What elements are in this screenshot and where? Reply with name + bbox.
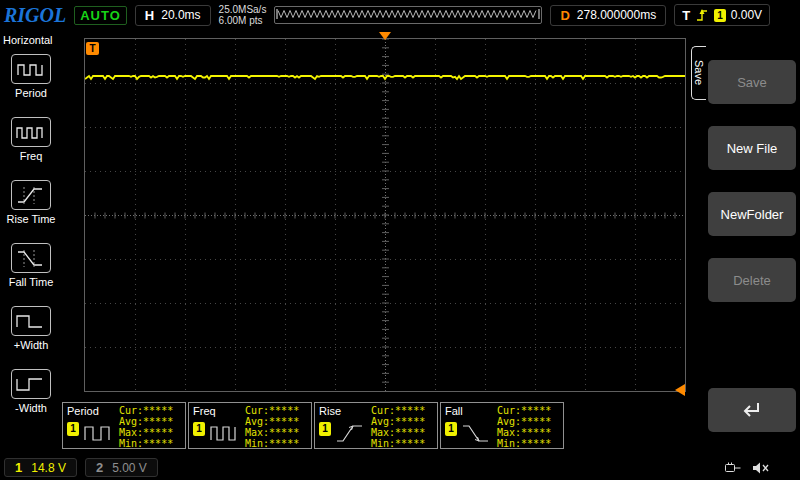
stat-line: Cur:***** <box>371 405 425 416</box>
sidebar-item-label: Freq <box>20 151 43 162</box>
sidebar-item-label: Period <box>15 88 47 99</box>
usb-icon <box>724 461 742 474</box>
acquisition-info: 25.0MSa/s 6.00M pts <box>219 4 267 26</box>
memory-depth: 6.00M pts <box>219 15 267 26</box>
freq-waveform-glyph <box>209 420 239 446</box>
preview-wave-icon <box>275 7 541 21</box>
measurement-freq: Freq 1 Cur:***** Avg:***** Max:***** Min… <box>188 402 312 449</box>
measurement-panel: Period 1 Cur:***** Avg:***** Max:***** M… <box>62 402 564 449</box>
measurement-name: Freq <box>193 405 216 417</box>
measurement-stats: Cur:***** Avg:***** Max:***** Min:***** <box>371 405 425 449</box>
period-waveform-glyph <box>83 420 113 446</box>
graticule: T <box>84 38 686 392</box>
channel1-trace <box>85 39 685 391</box>
stat-line: Max:***** <box>497 427 551 438</box>
channel-badge: 1 <box>319 422 331 436</box>
sidebar-item-label: Rise Time <box>7 214 56 225</box>
period-icon <box>11 54 51 84</box>
sidebar-item-label: Fall Time <box>9 277 54 288</box>
trigger-channel-badge: 1 <box>714 9 726 22</box>
measurement-stats: Cur:***** Avg:***** Max:***** Min:***** <box>497 405 551 449</box>
trigger-readout: T 1 0.00V <box>674 4 770 26</box>
softkey-back[interactable] <box>708 388 796 432</box>
trigger-level-value: 0.00V <box>731 8 762 22</box>
measurement-name: Rise <box>319 405 341 417</box>
softkey-label: Save <box>737 75 767 90</box>
trigger-level-marker <box>675 384 685 396</box>
fall-time-icon <box>11 243 51 273</box>
measurement-stats: Cur:***** Avg:***** Max:***** Min:***** <box>245 405 299 449</box>
softkey-delete[interactable]: Delete <box>708 258 796 302</box>
stat-line: Cur:***** <box>245 405 299 416</box>
stat-line: Avg:***** <box>371 416 425 427</box>
channel-badge: 1 <box>193 422 205 436</box>
softkey-label: NewFolder <box>721 207 784 222</box>
trigger-position-marker <box>379 32 391 40</box>
memory-waveform-preview <box>274 6 542 24</box>
top-status-bar: RIGOL AUTO H 20.0ms 25.0MSa/s 6.00M pts … <box>0 0 800 30</box>
channel-scale: 14.8 V <box>31 461 66 475</box>
stat-line: Min:***** <box>497 438 551 449</box>
measurement-period: Period 1 Cur:***** Avg:***** Max:***** M… <box>62 402 186 449</box>
sidebar-item-plus-width[interactable]: +Width <box>0 306 62 369</box>
minus-width-icon <box>11 369 51 399</box>
sidebar-item-fall-time[interactable]: Fall Time <box>0 243 62 306</box>
channel-number: 1 <box>15 460 22 475</box>
sidebar-item-label: +Width <box>14 340 49 351</box>
softkey-menu: Save Save New File NewFolder Delete <box>690 30 800 455</box>
stat-line: Avg:***** <box>245 416 299 427</box>
sidebar-item-label: -Width <box>15 403 47 414</box>
stat-line: Avg:***** <box>119 416 173 427</box>
sidebar-item-rise-time[interactable]: Rise Time <box>0 180 62 243</box>
stat-line: Avg:***** <box>497 416 551 427</box>
run-status-badge: AUTO <box>74 6 127 25</box>
trigger-slope-icon <box>695 7 709 23</box>
measurement-rise: Rise 1 Cur:***** Avg:***** Max:***** Min… <box>314 402 438 449</box>
measurement-name: Period <box>67 405 99 417</box>
freq-icon <box>11 117 51 147</box>
delay-value: 278.000000ms <box>577 8 656 22</box>
speaker-muted-icon <box>752 461 770 475</box>
plus-width-icon <box>11 306 51 336</box>
softkey-new-folder[interactable]: NewFolder <box>708 192 796 236</box>
status-icons <box>724 461 770 475</box>
channel-badge: 1 <box>445 422 457 436</box>
t-label: T <box>682 8 690 23</box>
measurement-fall: Fall 1 Cur:***** Avg:***** Max:***** Min… <box>440 402 564 449</box>
bottom-status-bar: 1 14.8 V 2 5.00 V <box>0 455 800 480</box>
sample-rate: 25.0MSa/s <box>219 4 267 15</box>
stat-line: Min:***** <box>371 438 425 449</box>
measurement-stats: Cur:***** Avg:***** Max:***** Min:***** <box>119 405 173 449</box>
sidebar-title: Horizontal <box>0 30 62 54</box>
d-label: D <box>560 8 569 23</box>
stat-line: Max:***** <box>119 427 173 438</box>
h-label: H <box>145 8 154 23</box>
rise-time-icon <box>11 180 51 210</box>
softkey-save[interactable]: Save <box>708 60 796 104</box>
measurement-name: Fall <box>445 405 463 417</box>
oscilloscope-screen: RIGOL AUTO H 20.0ms 25.0MSa/s 6.00M pts … <box>0 0 800 480</box>
sidebar-item-freq[interactable]: Freq <box>0 117 62 180</box>
menu-tab-save: Save <box>691 46 706 100</box>
sidebar-item-period[interactable]: Period <box>0 54 62 117</box>
softkey-label: New File <box>727 141 778 156</box>
stat-line: Cur:***** <box>119 405 173 416</box>
horizontal-timebase-readout: H 20.0ms <box>135 5 211 26</box>
softkey-label: Delete <box>733 273 771 288</box>
trigger-t-flag: T <box>86 42 99 55</box>
sidebar-item-minus-width[interactable]: -Width <box>0 369 62 432</box>
channel-scale: 5.00 V <box>112 461 147 475</box>
channel-number: 2 <box>96 460 103 475</box>
softkey-new-file[interactable]: New File <box>708 126 796 170</box>
stat-line: Min:***** <box>119 438 173 449</box>
stat-line: Cur:***** <box>497 405 551 416</box>
rigol-logo: RIGOL <box>4 4 66 27</box>
fall-waveform-glyph <box>461 420 491 446</box>
stat-line: Max:***** <box>371 427 425 438</box>
stat-line: Min:***** <box>245 438 299 449</box>
channel2-status: 2 5.00 V <box>85 458 158 477</box>
channel-badge: 1 <box>67 422 79 436</box>
timebase-value: 20.0ms <box>161 8 200 22</box>
measure-sidebar: Horizontal Period Freq Rise Time <box>0 30 62 455</box>
stat-line: Max:***** <box>245 427 299 438</box>
